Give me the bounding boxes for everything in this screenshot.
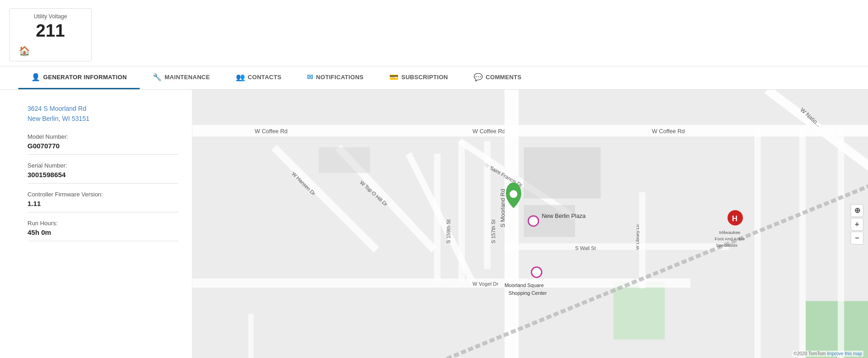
model-number-field: Model Number: G0070770 <box>27 133 178 155</box>
tab-comments[interactable]: 💬 COMMENTS <box>461 66 535 89</box>
svg-rect-37 <box>319 147 370 173</box>
tab-subscription[interactable]: 💳 SUBSCRIPTION <box>377 66 461 89</box>
address-line2: New Berlin, WI 53151 <box>27 114 178 124</box>
tab-subscription-label: SUBSCRIPTION <box>401 74 448 81</box>
home-icon: 🏠 <box>19 46 30 56</box>
svg-point-48 <box>510 190 518 198</box>
svg-text:W Library Ln: W Library Ln <box>635 224 640 250</box>
run-hours-value: 45h 0m <box>27 228 178 236</box>
zoom-in-button[interactable]: + <box>851 218 863 231</box>
address-block: 3624 S Moorland Rd New Berlin, WI 53151 <box>27 103 178 124</box>
svg-rect-35 <box>524 147 601 199</box>
location-button[interactable]: ⊕ <box>851 204 863 217</box>
home-icon-wrap: 🏠 <box>19 45 82 56</box>
svg-text:Milwaukee: Milwaukee <box>719 230 740 235</box>
tab-comments-label: COMMENTS <box>486 74 521 81</box>
svg-rect-22 <box>484 141 491 269</box>
svg-text:S Moorland Rd: S Moorland Rd <box>500 189 506 228</box>
tab-notifications[interactable]: ✉ NOTIFICATIONS <box>294 66 376 89</box>
tab-generator-information[interactable]: 👤 GENERATOR INFORMATION <box>18 66 140 89</box>
svg-rect-30 <box>838 128 844 358</box>
svg-text:Specialists: Specialists <box>716 243 737 248</box>
svg-text:W Coffee Rd: W Coffee Rd <box>255 128 288 135</box>
map-area[interactable]: W Coffee Rd W Coffee Rd W Coffee Rd S Mo… <box>192 90 868 358</box>
svg-text:S Wall St: S Wall St <box>575 245 596 251</box>
svg-text:Moorland Square: Moorland Square <box>505 282 544 288</box>
svg-point-40 <box>531 267 541 277</box>
nav-tabs: 👤 GENERATOR INFORMATION 🔧 MAINTENANCE 👥 … <box>0 66 868 90</box>
improve-map-link[interactable]: Improve this map <box>827 351 862 356</box>
svg-text:Shopping Center: Shopping Center <box>508 290 547 296</box>
svg-rect-4 <box>192 125 868 136</box>
svg-rect-26 <box>639 192 645 288</box>
svg-text:S 159th St: S 159th St <box>446 219 451 244</box>
serial-number-field: Serial Number: 3001598654 <box>27 162 178 184</box>
svg-text:W Vogel Dr: W Vogel Dr <box>473 281 499 287</box>
svg-text:H: H <box>732 214 737 223</box>
svg-text:W Coffee Rd: W Coffee Rd <box>473 128 506 135</box>
id-card-icon: 👤 <box>31 73 40 81</box>
zoom-out-button[interactable]: − <box>851 232 863 244</box>
model-number-value: G0070770 <box>27 142 178 150</box>
tab-notifications-label: NOTIFICATIONS <box>316 74 364 81</box>
svg-text:W Coffee Rd: W Coffee Rd <box>652 128 685 135</box>
svg-rect-3 <box>806 301 868 358</box>
svg-point-38 <box>528 216 538 226</box>
svg-text:S 157th St: S 157th St <box>491 219 496 244</box>
chat-icon: 💬 <box>474 73 483 81</box>
tab-generator-information-label: GENERATOR INFORMATION <box>43 74 127 81</box>
firmware-field: Controller Firmware Version: 1.11 <box>27 191 178 212</box>
map-controls: ⊕ + − <box>851 204 863 244</box>
run-hours-label: Run Hours: <box>27 220 178 227</box>
address-line1: 3624 S Moorland Rd <box>27 103 178 114</box>
run-hours-field: Run Hours: 45h 0m <box>27 220 178 241</box>
utility-label: Utility Voltage <box>19 13 82 20</box>
utility-card: Utility Voltage 211 🏠 <box>9 8 92 61</box>
top-area: Utility Voltage 211 🏠 <box>0 0 868 66</box>
svg-text:New Berlin Plaza: New Berlin Plaza <box>542 213 586 219</box>
tab-maintenance[interactable]: 🔧 MAINTENANCE <box>140 66 223 89</box>
svg-rect-34 <box>248 314 253 358</box>
attribution-text: ©2020 TomTom <box>794 351 826 356</box>
svg-rect-29 <box>799 128 806 358</box>
model-number-label: Model Number: <box>27 133 178 140</box>
svg-rect-8 <box>505 90 519 358</box>
left-panel: 3624 S Moorland Rd New Berlin, WI 53151 … <box>0 90 192 358</box>
svg-text:Foot And Ankle: Foot And Ankle <box>715 236 745 241</box>
utility-value: 211 <box>19 22 82 41</box>
serial-number-value: 3001598654 <box>27 171 178 179</box>
serial-number-label: Serial Number: <box>27 162 178 169</box>
svg-rect-28 <box>754 128 761 358</box>
tab-contacts[interactable]: 👥 CONTACTS <box>223 66 295 89</box>
map-attribution: ©2020 TomTom Improve this map <box>792 351 863 357</box>
svg-rect-20 <box>459 141 465 282</box>
firmware-value: 1.11 <box>27 200 178 207</box>
users-icon: 👥 <box>236 73 245 81</box>
svg-rect-24 <box>505 244 729 250</box>
svg-rect-2 <box>613 282 665 340</box>
firmware-label: Controller Firmware Version: <box>27 191 178 198</box>
svg-rect-10 <box>192 279 690 288</box>
envelope-icon: ✉ <box>307 73 313 81</box>
svg-rect-19 <box>434 154 441 282</box>
wrench-icon: 🔧 <box>153 73 162 81</box>
tab-contacts-label: CONTACTS <box>248 74 282 81</box>
main-content: 3624 S Moorland Rd New Berlin, WI 53151 … <box>0 90 868 358</box>
subscription-icon: 💳 <box>389 73 399 81</box>
tab-maintenance-label: MAINTENANCE <box>164 74 210 81</box>
